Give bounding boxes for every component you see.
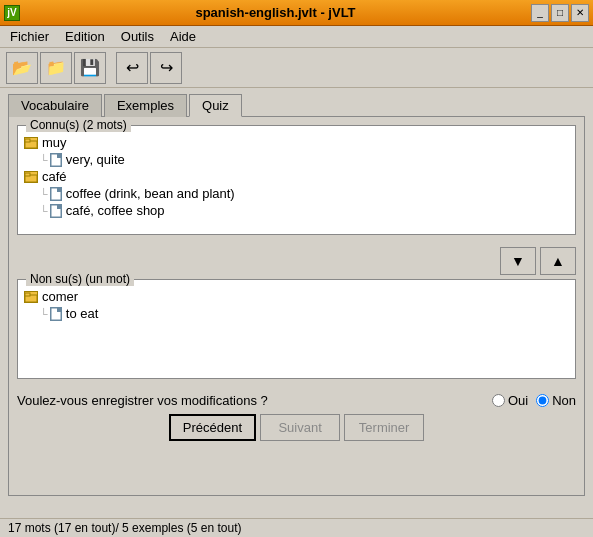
svg-marker-7	[57, 188, 61, 192]
tab-quiz[interactable]: Quiz	[189, 94, 242, 117]
radio-non[interactable]	[536, 394, 549, 407]
list-item: muy	[24, 134, 569, 151]
action-buttons: Précédent Suivant Terminer	[17, 410, 576, 445]
precedent-btn[interactable]: Précédent	[169, 414, 256, 441]
window-controls: _ □ ✕	[531, 4, 589, 22]
folder-icon	[24, 137, 38, 149]
tree-node-label: café, coffee shop	[66, 203, 165, 218]
tree-node-label: comer	[42, 289, 78, 304]
list-item: café	[24, 168, 569, 185]
tree-node-label: very, quite	[66, 152, 125, 167]
nonsu-group: Non su(s) (un mot) comer └ to eat	[17, 279, 576, 379]
minimize-btn[interactable]: _	[531, 4, 549, 22]
quiz-tab-content: Connu(s) (2 mots) muy └ very, quite	[8, 116, 585, 496]
radio-group: Oui Non	[492, 393, 576, 408]
doc-icon	[50, 204, 62, 218]
svg-marker-9	[57, 205, 61, 209]
question-text: Voulez-vous enregistrer vos modification…	[17, 393, 484, 408]
radio-oui[interactable]	[492, 394, 505, 407]
tree-node-label: muy	[42, 135, 67, 150]
menu-bar: Fichier Edition Outils Aide	[0, 26, 593, 48]
tree-line: └	[40, 154, 48, 166]
tree-node-label: to eat	[66, 306, 99, 321]
tab-vocabulaire[interactable]: Vocabulaire	[8, 94, 102, 117]
title-bar: jV spanish-english.jvlt - jVLT _ □ ✕	[0, 0, 593, 26]
window-title: spanish-english.jvlt - jVLT	[20, 5, 531, 20]
tab-exemples[interactable]: Exemples	[104, 94, 187, 117]
list-item: └ very, quite	[24, 151, 569, 168]
folder-icon	[24, 171, 38, 183]
tabs: Vocabulaire Exemples Quiz	[8, 94, 585, 117]
menu-aide[interactable]: Aide	[164, 27, 202, 46]
svg-rect-5	[25, 173, 30, 176]
status-text: 17 mots (17 en tout)/ 5 exemples (5 en t…	[8, 521, 241, 535]
app-icon: jV	[4, 5, 20, 21]
connu-group-label: Connu(s) (2 mots)	[26, 118, 131, 132]
svg-rect-8	[51, 205, 61, 217]
svg-rect-1	[25, 139, 30, 142]
bottom-question-row: Voulez-vous enregistrer vos modification…	[17, 387, 576, 410]
doc-icon	[50, 307, 62, 321]
main-area: Vocabulaire Exemples Quiz Connu(s) (2 mo…	[0, 88, 593, 537]
svg-rect-11	[25, 293, 30, 296]
menu-fichier[interactable]: Fichier	[4, 27, 55, 46]
tree-node-label: café	[42, 169, 67, 184]
menu-outils[interactable]: Outils	[115, 27, 160, 46]
list-item: └ café, coffee shop	[24, 202, 569, 219]
toolbar: 📂 📁 💾 ↩ ↪	[0, 48, 593, 88]
svg-rect-12	[51, 308, 61, 320]
tree-line: └	[40, 205, 48, 217]
svg-marker-3	[57, 154, 61, 158]
nonsu-group-label: Non su(s) (un mot)	[26, 272, 134, 286]
connu-group: Connu(s) (2 mots) muy └ very, quite	[17, 125, 576, 235]
list-item: └ coffee (drink, bean and plant)	[24, 185, 569, 202]
tree-line: └	[40, 308, 48, 320]
move-up-btn[interactable]: ▲	[540, 247, 576, 275]
doc-icon	[50, 153, 62, 167]
suivant-btn[interactable]: Suivant	[260, 414, 340, 441]
status-bar: 17 mots (17 en tout)/ 5 exemples (5 en t…	[0, 518, 593, 537]
terminer-btn[interactable]: Terminer	[344, 414, 424, 441]
svg-marker-13	[57, 308, 61, 312]
tree-line: └	[40, 188, 48, 200]
folder-icon	[24, 291, 38, 303]
svg-rect-2	[51, 154, 61, 166]
radio-oui-label[interactable]: Oui	[492, 393, 528, 408]
menu-edition[interactable]: Edition	[59, 27, 111, 46]
maximize-btn[interactable]: □	[551, 4, 569, 22]
doc-icon	[50, 187, 62, 201]
svg-rect-6	[51, 188, 61, 200]
move-down-btn[interactable]: ▼	[500, 247, 536, 275]
undo-btn[interactable]: ↩	[116, 52, 148, 84]
open-folder-btn[interactable]: 📂	[6, 52, 38, 84]
radio-non-label[interactable]: Non	[536, 393, 576, 408]
open-file-btn[interactable]: 📁	[40, 52, 72, 84]
save-btn[interactable]: 💾	[74, 52, 106, 84]
redo-btn[interactable]: ↪	[150, 52, 182, 84]
close-btn[interactable]: ✕	[571, 4, 589, 22]
tree-node-label: coffee (drink, bean and plant)	[66, 186, 235, 201]
list-item: └ to eat	[24, 305, 569, 322]
list-item: comer	[24, 288, 569, 305]
